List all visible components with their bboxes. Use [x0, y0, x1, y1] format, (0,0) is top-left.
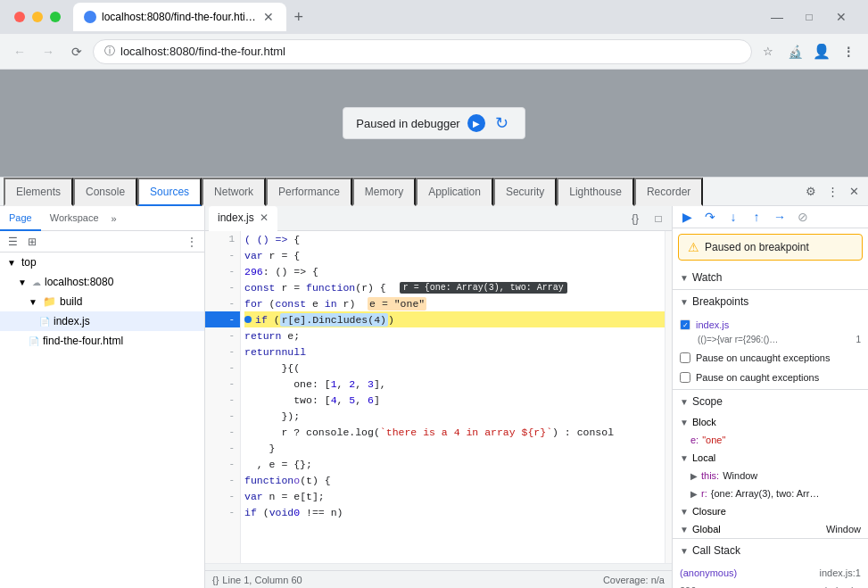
- tab-network[interactable]: Network: [202, 178, 266, 206]
- resume-button[interactable]: ▶: [467, 114, 485, 132]
- devtools-settings-button[interactable]: ⚙: [800, 181, 822, 203]
- file-tree-top[interactable]: ▼ top: [0, 253, 204, 272]
- call-stack-row-2[interactable]: 296 index.js:: [680, 582, 861, 588]
- minimize-button[interactable]: —: [765, 4, 789, 29]
- tab-console[interactable]: Console: [73, 178, 137, 206]
- cs-name-1: (anonymous): [680, 567, 737, 578]
- sources-sidebar-tabs: Page Workspace »: [0, 206, 204, 231]
- step-into-debug-button[interactable]: ↓: [723, 206, 744, 228]
- maximize-button[interactable]: □: [797, 4, 822, 29]
- deactivate-debug-button[interactable]: ⊘: [792, 206, 814, 228]
- profile-button[interactable]: 👤: [809, 39, 834, 64]
- pause-uncaught-label: Pause on uncaught exceptions: [696, 352, 830, 363]
- breakpoints-list: ✓ index.js (()=>{var r={296:()… 1: [673, 313, 868, 346]
- line-num-18: -: [205, 504, 240, 520]
- scope-closure-header[interactable]: ▼ Closure: [680, 502, 861, 520]
- resume-debug-button[interactable]: ▶: [676, 206, 698, 228]
- tab-close-button[interactable]: ✕: [261, 10, 276, 24]
- breakpoint-banner-text: Paused on breakpoint: [705, 241, 809, 253]
- editor-tabs: index.js ✕ {} □: [205, 206, 672, 231]
- breakpoint-icon: ⚠: [688, 240, 699, 254]
- code-line-17: var n = e[t];: [244, 488, 665, 504]
- pause-caught-checkbox[interactable]: [680, 372, 690, 383]
- call-stack-items: (anonymous) index.js:1 296 index.js:: [673, 562, 868, 588]
- pause-uncaught-checkbox[interactable]: [680, 352, 690, 363]
- bookmark-button[interactable]: ☆: [756, 39, 781, 64]
- sources-workspace-tab[interactable]: Workspace: [41, 206, 108, 231]
- new-page-button[interactable]: ☰: [4, 233, 21, 251]
- scope-header[interactable]: ▼ Scope: [673, 390, 868, 413]
- sidebar-more-button[interactable]: ⋮: [183, 233, 201, 251]
- address-bar[interactable]: ⓘ localhost:8080/find-the-four.html: [93, 39, 752, 64]
- tab-lighthouse[interactable]: Lighthouse: [557, 178, 634, 206]
- step-over-debug-button[interactable]: ↷: [699, 206, 721, 228]
- watch-header[interactable]: ▼ Watch: [673, 266, 868, 289]
- scope-block-header[interactable]: ▼ Block: [680, 413, 861, 431]
- breakpoint-checkbox[interactable]: ✓: [680, 319, 690, 330]
- devtools-close-button[interactable]: ✕: [843, 181, 864, 203]
- devtools-more-button[interactable]: ⋮: [822, 181, 843, 203]
- expand-icon: ▼: [29, 297, 39, 307]
- step-debug-button[interactable]: →: [769, 206, 790, 228]
- tab-elements[interactable]: Elements: [4, 178, 73, 206]
- tab-performance[interactable]: Performance: [266, 178, 352, 206]
- tab-application[interactable]: Application: [416, 178, 493, 206]
- minimap: [665, 231, 672, 563]
- tab-security[interactable]: Security: [493, 178, 557, 206]
- menu-button[interactable]: ⋮: [836, 39, 861, 64]
- code-line-3: 296: () => {: [244, 263, 665, 279]
- file-tree-origin[interactable]: ▼ ☁ localhost:8080: [0, 272, 204, 292]
- back-button[interactable]: ←: [7, 39, 32, 64]
- file-tree-build[interactable]: ▼ 📁 build: [0, 292, 204, 311]
- tab-sources[interactable]: Sources: [137, 178, 202, 206]
- file-tree: ▼ top ▼ ☁ localhost:8080 ▼ 📁 build: [0, 253, 204, 588]
- scope-global-header[interactable]: ▼ Global Window: [680, 520, 861, 538]
- new-tab-button[interactable]: +: [286, 4, 311, 29]
- line-num-16: -: [205, 472, 240, 488]
- maximize-window-button[interactable]: [50, 12, 61, 22]
- sources-page-tab[interactable]: Page: [0, 206, 41, 231]
- page-content: Paused in debugger ▶ ↻: [0, 70, 868, 177]
- call-stack-row-1[interactable]: (anonymous) index.js:1: [680, 564, 861, 582]
- line-num-4: -: [205, 279, 240, 295]
- lens-button[interactable]: 🔬: [782, 39, 807, 64]
- breakpoint-line: 1: [856, 335, 861, 344]
- sources-more-tabs[interactable]: »: [108, 213, 120, 224]
- line-num-8: -: [205, 344, 240, 360]
- cs-file-1: index.js:1: [820, 567, 861, 578]
- file-tree-indexjs[interactable]: 📄 index.js: [0, 311, 204, 331]
- new-group-button[interactable]: ⊞: [23, 233, 41, 251]
- line-num-13: -: [205, 424, 240, 440]
- close-button[interactable]: ✕: [829, 4, 854, 29]
- scope-e-key: e:: [690, 435, 699, 445]
- minimize-window-button[interactable]: [32, 12, 43, 22]
- scope-this-item[interactable]: ▶ this: Window: [690, 467, 861, 484]
- scope-block-label: Block: [692, 417, 716, 427]
- scope-local-header[interactable]: ▼ Local: [680, 449, 861, 467]
- pretty-print-button[interactable]: {}: [625, 209, 645, 228]
- editor-tab-indexjs[interactable]: index.js ✕: [209, 206, 277, 231]
- browser-tab[interactable]: localhost:8080/find-the-four.hti… ✕: [73, 3, 286, 31]
- close-window-button[interactable]: [14, 12, 25, 22]
- scope-r-item[interactable]: ▶ r: {one: Array(3), two: Arr…: [690, 484, 861, 502]
- forward-button[interactable]: →: [36, 39, 61, 64]
- reload-button[interactable]: ⟳: [64, 39, 89, 64]
- expand-icon: ▶: [690, 471, 698, 481]
- step-out-debug-button[interactable]: ↑: [746, 206, 767, 228]
- tab-memory[interactable]: Memory: [352, 178, 416, 206]
- editor-tab-close[interactable]: ✕: [260, 211, 269, 224]
- scope-this-val: Window: [723, 470, 757, 481]
- code-editor: index.js ✕ {} □ 1 - - - - -: [205, 206, 672, 588]
- line-num-17: -: [205, 488, 240, 504]
- step-over-button[interactable]: ↻: [492, 113, 512, 133]
- tab-recorder[interactable]: Recorder: [634, 178, 703, 206]
- format-button[interactable]: □: [649, 209, 668, 228]
- horizontal-scrollbar[interactable]: [205, 563, 672, 570]
- call-stack-header[interactable]: ▼ Call Stack: [673, 539, 868, 562]
- code-line-4: const r = function(r) { r = {one: Array(…: [244, 279, 665, 295]
- file-tree-html[interactable]: 📄 find-the-four.html: [0, 331, 204, 351]
- code-line-16: function o(t) {: [244, 472, 665, 488]
- breakpoints-header[interactable]: ▼ Breakpoints: [673, 290, 868, 313]
- breakpoint-detail: (()=>{var r={296:()… 1: [680, 335, 861, 344]
- line-col-status: Line 1, Column 60: [222, 575, 302, 585]
